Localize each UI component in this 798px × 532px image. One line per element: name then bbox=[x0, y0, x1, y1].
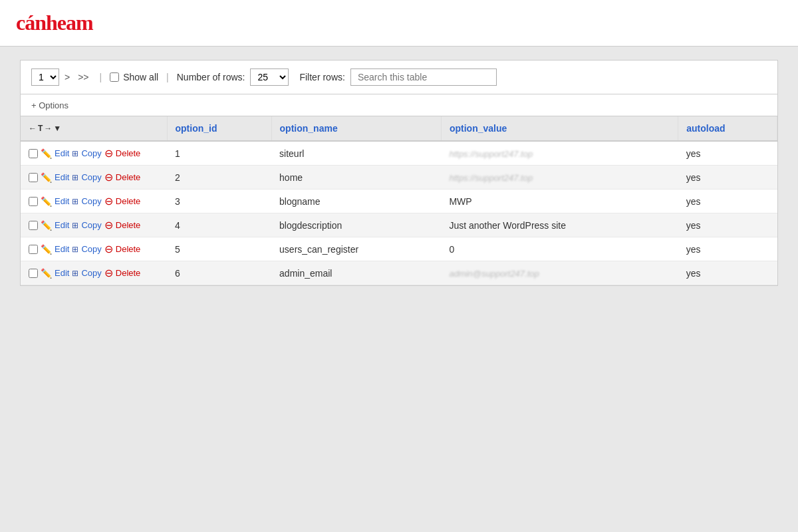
edit-link[interactable]: Edit bbox=[55, 172, 69, 182]
autoload-cell: yes bbox=[678, 213, 777, 237]
option-value-cell: https://support247.top bbox=[441, 141, 678, 166]
delete-icon: ⊖ bbox=[104, 147, 113, 160]
option-name-sort-link[interactable]: option_name bbox=[280, 123, 338, 134]
copy-link[interactable]: Copy bbox=[81, 268, 101, 278]
divider-1: | bbox=[100, 72, 102, 82]
action-cell: ✏️ Edit ⊞ Copy ⊖ Delete bbox=[21, 213, 167, 237]
option-value-cell: 0 bbox=[441, 237, 678, 261]
next-page-button[interactable]: > bbox=[62, 70, 72, 84]
delete-icon: ⊖ bbox=[104, 171, 113, 184]
copy-icon: ⊞ bbox=[72, 221, 78, 230]
option-value-sort-link[interactable]: option_value bbox=[450, 123, 507, 134]
row-checkbox[interactable] bbox=[29, 149, 38, 158]
show-all-checkbox[interactable] bbox=[110, 72, 119, 82]
row-checkbox[interactable] bbox=[29, 173, 38, 182]
option-id-cell: 6 bbox=[167, 261, 271, 285]
edit-link[interactable]: Edit bbox=[55, 268, 69, 278]
copy-icon: ⊞ bbox=[72, 245, 78, 254]
edit-icon: ✏️ bbox=[41, 148, 52, 159]
option-value-cell: Just another WordPress site bbox=[441, 213, 678, 237]
autoload-cell: yes bbox=[678, 261, 777, 285]
row-checkbox[interactable] bbox=[29, 245, 38, 254]
delete-icon: ⊖ bbox=[104, 243, 113, 255]
sort-icon[interactable]: T bbox=[38, 124, 43, 133]
copy-icon: ⊞ bbox=[72, 197, 78, 206]
action-cell: ✏️ Edit ⊞ Copy ⊖ Delete bbox=[21, 166, 167, 190]
autoload-cell: yes bbox=[678, 166, 777, 190]
col-header-autoload[interactable]: autoload bbox=[678, 116, 777, 141]
main-content: 1 > >> | Show all | Number of rows: 25 5… bbox=[0, 47, 798, 299]
copy-icon: ⊞ bbox=[72, 173, 78, 182]
option-id-cell: 2 bbox=[167, 166, 271, 190]
action-cell: ✏️ Edit ⊞ Copy ⊖ Delete bbox=[21, 237, 167, 261]
option-name-cell: users_can_register bbox=[271, 237, 441, 261]
edit-link[interactable]: Edit bbox=[55, 220, 69, 230]
rows-dropdown[interactable]: 25 50 100 bbox=[250, 68, 289, 86]
table-row: ✏️ Edit ⊞ Copy ⊖ Delete 4blogdescription… bbox=[21, 213, 777, 237]
edit-link[interactable]: Edit bbox=[55, 244, 69, 254]
edit-icon: ✏️ bbox=[41, 244, 52, 255]
option-name-cell: admin_email bbox=[271, 261, 441, 285]
copy-link[interactable]: Copy bbox=[81, 220, 101, 230]
col-header-select: ← T → ▼ bbox=[21, 116, 167, 141]
autoload-cell: yes bbox=[678, 141, 777, 166]
divider-2: | bbox=[166, 72, 169, 82]
copy-link[interactable]: Copy bbox=[81, 244, 101, 254]
filter-input[interactable] bbox=[350, 68, 497, 86]
option-id-cell: 5 bbox=[167, 237, 271, 261]
option-value-cell: MWP bbox=[441, 190, 678, 213]
edit-icon: ✏️ bbox=[41, 268, 52, 279]
options-link[interactable]: + Options bbox=[31, 100, 68, 110]
action-cell: ✏️ Edit ⊞ Copy ⊖ Delete bbox=[21, 141, 167, 166]
delete-link[interactable]: Delete bbox=[116, 148, 141, 158]
edit-link[interactable]: Edit bbox=[55, 148, 69, 158]
row-checkbox[interactable] bbox=[29, 197, 38, 206]
copy-link[interactable]: Copy bbox=[81, 196, 101, 206]
page-dropdown[interactable]: 1 bbox=[31, 68, 59, 86]
toolbar: 1 > >> | Show all | Number of rows: 25 5… bbox=[20, 60, 778, 94]
blurred-value: admin@support247.top bbox=[449, 269, 539, 279]
show-all-label[interactable]: Show all bbox=[110, 72, 158, 82]
option-id-sort-link[interactable]: option_id bbox=[176, 123, 217, 134]
last-page-button[interactable]: >> bbox=[75, 70, 91, 84]
delete-link[interactable]: Delete bbox=[116, 244, 141, 254]
copy-link[interactable]: Copy bbox=[81, 148, 101, 158]
delete-link[interactable]: Delete bbox=[116, 172, 141, 182]
delete-icon: ⊖ bbox=[104, 219, 113, 231]
col-header-option-name[interactable]: option_name bbox=[271, 116, 441, 141]
delete-icon: ⊖ bbox=[104, 195, 113, 207]
copy-icon: ⊞ bbox=[72, 269, 78, 278]
option-name-cell: siteurl bbox=[271, 141, 441, 166]
edit-link[interactable]: Edit bbox=[55, 196, 69, 206]
copy-icon: ⊞ bbox=[72, 149, 78, 158]
options-bar: + Options bbox=[20, 94, 778, 116]
delete-icon: ⊖ bbox=[104, 267, 113, 279]
table-header-row: ← T → ▼ option_id option_name option_val… bbox=[21, 116, 777, 141]
delete-link[interactable]: Delete bbox=[116, 268, 141, 278]
col-header-option-id[interactable]: option_id bbox=[167, 116, 271, 141]
option-id-cell: 1 bbox=[167, 141, 271, 166]
row-checkbox[interactable] bbox=[29, 269, 38, 278]
row-checkbox[interactable] bbox=[29, 221, 38, 230]
delete-link[interactable]: Delete bbox=[116, 220, 141, 230]
sort-down-arrow[interactable]: ▼ bbox=[53, 124, 61, 133]
table-row: ✏️ Edit ⊞ Copy ⊖ Delete 1siteurlhttps://… bbox=[21, 141, 777, 166]
option-id-cell: 3 bbox=[167, 190, 271, 213]
autoload-cell: yes bbox=[678, 190, 777, 213]
table-row: ✏️ Edit ⊞ Copy ⊖ Delete 6admin_emailadmi… bbox=[21, 261, 777, 285]
delete-link[interactable]: Delete bbox=[116, 196, 141, 206]
copy-link[interactable]: Copy bbox=[81, 172, 101, 182]
arrow-left-icon: ← bbox=[29, 124, 37, 133]
table-row: ✏️ Edit ⊞ Copy ⊖ Delete 2homehttps://sup… bbox=[21, 166, 777, 190]
autoload-cell: yes bbox=[678, 237, 777, 261]
autoload-sort-link[interactable]: autoload bbox=[686, 123, 725, 134]
blurred-value: https://support247.top bbox=[449, 149, 533, 159]
edit-icon: ✏️ bbox=[41, 196, 52, 207]
option-value-cell: https://support247.top bbox=[441, 166, 678, 190]
blurred-value: https://support247.top bbox=[449, 173, 533, 183]
logo: cánheam bbox=[16, 11, 782, 35]
option-name-cell: blogdescription bbox=[271, 213, 441, 237]
action-cell: ✏️ Edit ⊞ Copy ⊖ Delete bbox=[21, 190, 167, 213]
col-header-option-value[interactable]: option_value bbox=[441, 116, 678, 141]
action-cell: ✏️ Edit ⊞ Copy ⊖ Delete bbox=[21, 261, 167, 285]
